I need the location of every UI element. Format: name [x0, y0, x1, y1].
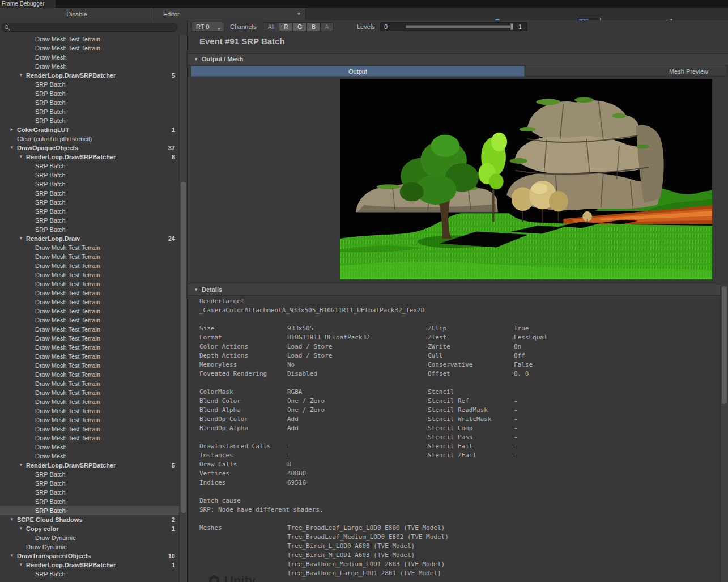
foldout-closed-icon[interactable]: ►	[10, 125, 14, 134]
tree-item[interactable]: Draw Mesh Test Terrain	[0, 35, 180, 44]
tree-item[interactable]: SRP Batch	[0, 80, 180, 89]
tree-item[interactable]: Draw Mesh Test Terrain	[0, 298, 180, 307]
tree-item[interactable]: SRP Batch	[0, 180, 180, 189]
tree-item[interactable]: Draw Mesh Test Terrain	[0, 343, 180, 352]
tree-item[interactable]: Draw Mesh Test Terrain	[0, 424, 180, 434]
tree-item[interactable]: Draw Mesh Test Terrain	[0, 261, 180, 270]
tree-item[interactable]: SRP Batch	[0, 171, 180, 180]
channel-button-all[interactable]: All	[263, 22, 279, 31]
tree-item[interactable]: Draw Mesh Test Terrain	[0, 434, 180, 443]
tree-item[interactable]: ▼DrawOpaqueObjects37	[0, 143, 180, 152]
levels-slider[interactable]: 0 1	[380, 22, 527, 31]
tab-mesh-preview[interactable]: Mesh Preview	[525, 66, 727, 77]
tree-item[interactable]: Draw Mesh Test Terrain	[0, 370, 180, 379]
tree-item[interactable]: SRP Batch	[0, 479, 180, 488]
foldout-open-icon[interactable]: ▼	[19, 234, 23, 243]
foldout-open-icon[interactable]: ▼	[10, 551, 14, 560]
tree-item[interactable]: ►ColorGradingLUT1	[0, 125, 180, 134]
details-section-header[interactable]: ▼ Details	[188, 284, 728, 296]
details-cell: Size	[199, 324, 287, 333]
preview-tabs: Output Mesh Preview	[188, 65, 728, 77]
tree-item[interactable]: ▼RenderLoop.DrawSRPBatcher5	[0, 461, 180, 470]
tree-item[interactable]: Draw Mesh Test Terrain	[0, 316, 180, 325]
tree-item[interactable]: SRP Batch	[0, 216, 180, 225]
levels-slider-handle[interactable]	[510, 23, 513, 30]
tree-item[interactable]: Draw Dynamic	[0, 533, 180, 542]
foldout-open-icon[interactable]: ▼	[19, 152, 23, 162]
details-row: Depth ActionsLoad / StoreCullOff	[199, 351, 717, 360]
tree-item[interactable]: Draw Mesh	[0, 452, 180, 461]
tree-item[interactable]: Draw Mesh	[0, 62, 180, 71]
tree-item[interactable]: ▼DrawTransparentObjects10	[0, 551, 180, 560]
details-scrollbar[interactable]	[720, 284, 728, 582]
rt-dropdown[interactable]: RT 0 ▼	[191, 22, 224, 32]
foldout-open-icon[interactable]: ▼	[19, 71, 23, 80]
tree-item[interactable]: Draw Mesh Test Terrain	[0, 307, 180, 316]
target-selector-dropdown[interactable]: Editor ▼	[154, 8, 306, 20]
tree-item[interactable]: Draw Mesh Test Terrain	[0, 288, 180, 298]
tree-item[interactable]: SRP Batch	[0, 198, 180, 207]
tree-item[interactable]: Draw Mesh Test Terrain	[0, 352, 180, 361]
tree-item[interactable]: SRP Batch	[0, 470, 180, 479]
window-title-tab[interactable]: Frame Debugger	[0, 0, 56, 8]
details-row: ColorMaskRGBAStencil	[199, 388, 717, 397]
tree-item[interactable]: Draw Mesh Test Terrain	[0, 361, 180, 370]
tree-item[interactable]: ▼RenderLoop.DrawSRPBatcher5	[0, 71, 180, 80]
foldout-open-icon[interactable]: ▼	[19, 560, 23, 570]
foldout-open-icon[interactable]: ▼	[19, 524, 23, 533]
details-cell: Depth Actions	[199, 351, 287, 360]
details-scrollbar-thumb[interactable]	[722, 286, 727, 404]
tree-item[interactable]: ▼RenderLoop.Draw24	[0, 234, 180, 243]
tree-item[interactable]: Clear (color+depth+stencil)	[0, 134, 180, 143]
foldout-open-icon[interactable]: ▼	[10, 143, 14, 152]
foldout-open-icon[interactable]: ▼	[10, 515, 14, 524]
tree-item[interactable]: SRP Batch	[0, 570, 180, 579]
tree-scrollbar[interactable]	[179, 35, 187, 582]
tree-item[interactable]: Draw Mesh Test Terrain	[0, 44, 180, 53]
tree-item[interactable]: SRP Batch	[0, 189, 180, 198]
tree-item[interactable]: Draw Mesh Test Terrain	[0, 397, 180, 406]
tree-item[interactable]: ▼RenderLoop.DrawSRPBatcher8	[0, 152, 180, 162]
foldout-open-icon[interactable]: ▼	[19, 461, 23, 470]
tree-item[interactable]: Draw Mesh Test Terrain	[0, 252, 180, 261]
tree-item[interactable]: SRP Batch	[0, 98, 180, 107]
tree-item[interactable]: SRP Batch	[0, 207, 180, 216]
tree-item[interactable]: ▼RenderLoop.DrawSRPBatcher1	[0, 560, 180, 570]
tab-output[interactable]: Output	[191, 66, 525, 77]
foldout-open-icon[interactable]: ▼	[194, 54, 198, 65]
tree-item[interactable]: ▼SCPE Cloud Shadows2	[0, 515, 180, 524]
output-mesh-section-header[interactable]: ▼ Output / Mesh	[188, 53, 728, 65]
tree-item[interactable]: Draw Mesh Test Terrain	[0, 334, 180, 343]
tree-item[interactable]: Draw Mesh Test Terrain	[0, 325, 180, 334]
tree-item[interactable]: SRP Batch	[0, 506, 180, 515]
tree-item[interactable]: Draw Mesh	[0, 443, 180, 452]
tree-item[interactable]: SRP Batch	[0, 225, 180, 234]
details-cell: Tree_Hawthorn_Large_LOD1 2801 (TVE Model…	[287, 569, 717, 578]
channel-button-r[interactable]: R	[279, 22, 293, 31]
channel-button-g[interactable]: G	[293, 22, 307, 31]
tree-item[interactable]: Draw Mesh Test Terrain	[0, 379, 180, 388]
tree-item[interactable]: SRP Batch	[0, 116, 180, 125]
tree-item[interactable]: ▼Copy color1	[0, 524, 180, 533]
channel-button-b[interactable]: B	[307, 22, 321, 31]
tree-item[interactable]: Draw Mesh Test Terrain	[0, 243, 180, 252]
tree-item-label: Draw Mesh Test Terrain	[35, 388, 100, 397]
tree-item[interactable]: Draw Mesh Test Terrain	[0, 406, 180, 415]
tree-item[interactable]: Draw Mesh	[0, 53, 180, 62]
tree-item[interactable]: SRP Batch	[0, 488, 180, 497]
foldout-open-icon[interactable]: ▼	[194, 284, 198, 295]
tree-scrollbar-thumb[interactable]	[181, 182, 186, 513]
tree-item[interactable]: SRP Batch	[0, 162, 180, 171]
tree-item[interactable]: Draw Mesh Test Terrain	[0, 270, 180, 279]
tree-item[interactable]: SRP Batch	[0, 89, 180, 98]
tree-item[interactable]: Draw Mesh Test Terrain	[0, 415, 180, 424]
tree-item[interactable]: SRP Batch	[0, 107, 180, 116]
tree-item[interactable]: Draw Mesh Test Terrain	[0, 279, 180, 288]
tree-item[interactable]: Draw Mesh Test Terrain	[0, 388, 180, 397]
disable-button[interactable]: Disable	[0, 8, 154, 20]
levels-slider-track[interactable]	[406, 25, 511, 28]
details-cell	[199, 433, 287, 442]
tree-item[interactable]: SRP Batch	[0, 497, 180, 506]
search-field[interactable]	[1, 23, 177, 32]
tree-item[interactable]: Draw Dynamic	[0, 542, 180, 551]
